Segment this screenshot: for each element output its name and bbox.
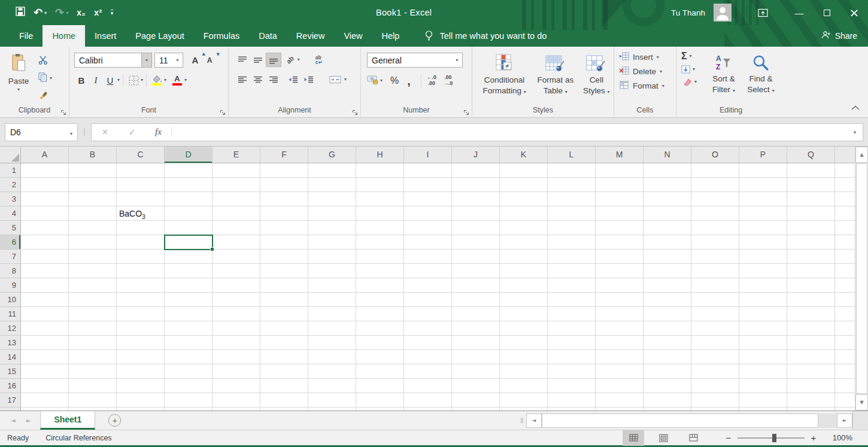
- row-header-14[interactable]: 14: [0, 350, 21, 364]
- vertical-scrollbar[interactable]: ▲ ▼: [855, 147, 868, 410]
- row-header-1[interactable]: 1: [0, 163, 21, 178]
- tab-data[interactable]: Data: [249, 25, 287, 47]
- fill-button[interactable]: ▾: [681, 65, 705, 74]
- chevron-down-icon[interactable]: ▾: [141, 53, 151, 67]
- horizontal-scrollbar-thumb[interactable]: [542, 413, 818, 428]
- column-header-G[interactable]: G: [308, 147, 356, 163]
- vertical-scrollbar-thumb[interactable]: [856, 163, 867, 394]
- find-select-button[interactable]: Find & Select ▾: [742, 50, 779, 95]
- row-header-17[interactable]: 17: [0, 393, 21, 408]
- paste-button[interactable]: Paste ▾: [4, 50, 34, 102]
- row-header-11[interactable]: 11: [0, 307, 21, 321]
- user-name[interactable]: Tu Thanh: [671, 8, 705, 17]
- orientation-button[interactable]: ab▾: [286, 56, 300, 63]
- zoom-level[interactable]: 100%: [825, 433, 852, 442]
- accounting-format-button[interactable]: [367, 75, 380, 87]
- minimize-button[interactable]: —: [785, 0, 813, 25]
- percent-style-button[interactable]: %: [387, 74, 402, 88]
- normal-view-button[interactable]: [623, 430, 644, 446]
- new-sheet-button[interactable]: +: [108, 414, 121, 427]
- scroll-down-icon[interactable]: ▼: [855, 394, 868, 410]
- copy-button[interactable]: [38, 72, 47, 84]
- row-header-13[interactable]: 13: [0, 336, 21, 350]
- dropdown-arrow-icon[interactable]: ▾: [50, 76, 52, 81]
- italic-button[interactable]: I: [89, 73, 103, 87]
- conditional-formatting-button[interactable]: ≠ Conditional Formatting ▾: [477, 50, 532, 96]
- tab-view[interactable]: View: [334, 25, 372, 47]
- column-header-I[interactable]: I: [404, 147, 452, 163]
- font-dialog-launcher-icon[interactable]: [220, 107, 226, 118]
- zoom-slider-handle[interactable]: [772, 434, 776, 442]
- format-cells-button[interactable]: Format ▾: [619, 81, 676, 91]
- chevron-down-icon[interactable]: ▾: [452, 53, 462, 67]
- row-header-15[interactable]: 15: [0, 364, 21, 379]
- column-header-O[interactable]: O: [691, 147, 739, 163]
- column-header-Q[interactable]: Q: [787, 147, 835, 163]
- delete-cells-button[interactable]: Delete ▾: [619, 66, 676, 77]
- fill-color-button[interactable]: [150, 73, 164, 87]
- number-format-combo[interactable]: General ▾: [367, 53, 463, 68]
- scroll-up-icon[interactable]: ▲: [855, 147, 868, 163]
- page-layout-view-button[interactable]: [652, 430, 674, 446]
- decrease-decimal-button[interactable]: .00→.0: [444, 75, 453, 87]
- column-header-E[interactable]: E: [213, 147, 260, 163]
- middle-align-button[interactable]: [250, 53, 266, 67]
- sheet-tab-sheet1[interactable]: Sheet1: [40, 411, 95, 430]
- merge-center-button[interactable]: ▾: [329, 75, 347, 84]
- row-header-9[interactable]: 9: [0, 278, 21, 293]
- column-header-C[interactable]: C: [117, 147, 165, 163]
- column-header-partial[interactable]: [835, 147, 855, 163]
- bold-button[interactable]: B: [74, 73, 89, 87]
- page-break-preview-button[interactable]: [682, 430, 704, 446]
- column-header-H[interactable]: H: [356, 147, 404, 163]
- tab-file[interactable]: File: [10, 25, 43, 47]
- row-header-10[interactable]: 10: [0, 293, 21, 307]
- zoom-in-button[interactable]: +: [805, 433, 823, 443]
- column-header-F[interactable]: F: [260, 147, 308, 163]
- tab-help[interactable]: Help: [372, 25, 409, 47]
- tab-home[interactable]: Home: [43, 25, 85, 47]
- zoom-out-button[interactable]: −: [720, 433, 738, 443]
- formula-bar-resize-handle[interactable]: ⁞: [78, 127, 91, 138]
- row-header-4[interactable]: 4: [0, 206, 21, 221]
- tab-page-layout[interactable]: Page Layout: [126, 25, 193, 47]
- wrap-text-button[interactable]: abc↵: [315, 55, 323, 65]
- tab-insert[interactable]: Insert: [85, 25, 126, 47]
- bottom-align-button[interactable]: [266, 53, 281, 67]
- autosum-button[interactable]: Σ▾: [681, 51, 705, 61]
- collapse-ribbon-icon[interactable]: [851, 102, 860, 112]
- alignment-dialog-launcher-icon[interactable]: [352, 107, 358, 118]
- clear-button[interactable]: ▾: [681, 78, 705, 86]
- column-header-K[interactable]: K: [500, 147, 548, 163]
- number-dialog-launcher-icon[interactable]: [463, 107, 469, 118]
- tab-splitter-handle[interactable]: ⁞⁞: [520, 411, 526, 430]
- sheet-nav-right-icon[interactable]: ►: [26, 417, 31, 424]
- superscript-button[interactable]: x²: [94, 8, 102, 17]
- column-header-M[interactable]: M: [596, 147, 644, 163]
- row-header-2[interactable]: 2: [0, 178, 21, 192]
- save-icon[interactable]: [16, 7, 25, 19]
- dropdown-arrow-icon[interactable]: ▾: [380, 78, 383, 83]
- row-header-12[interactable]: 12: [0, 321, 21, 336]
- user-avatar[interactable]: [714, 4, 732, 22]
- underline-button[interactable]: U: [103, 73, 117, 87]
- column-header-L[interactable]: L: [548, 147, 596, 163]
- align-left-button[interactable]: [235, 72, 250, 87]
- column-header-B[interactable]: B: [69, 147, 117, 163]
- cell-styles-button[interactable]: Cell Styles ▾: [579, 50, 614, 96]
- close-button[interactable]: ×: [840, 0, 868, 25]
- tab-formulas[interactable]: Formulas: [194, 25, 249, 47]
- tab-review[interactable]: Review: [287, 25, 335, 47]
- undo-button[interactable]: ↶: [34, 7, 43, 18]
- align-center-button[interactable]: [250, 72, 266, 87]
- increase-font-size-button[interactable]: A▲: [188, 53, 202, 68]
- zoom-slider[interactable]: [738, 437, 805, 439]
- fill-handle[interactable]: [210, 247, 214, 251]
- font-name-combo[interactable]: Calibri ▾: [74, 53, 152, 68]
- horizontal-scrollbar-track[interactable]: [818, 413, 837, 428]
- grid-body[interactable]: BaCO3: [21, 163, 855, 410]
- scroll-left-icon[interactable]: ◄: [526, 413, 542, 428]
- column-header-A[interactable]: A: [21, 147, 69, 163]
- decrease-font-size-button[interactable]: A▼: [202, 53, 217, 68]
- format-painter-button[interactable]: [38, 90, 52, 102]
